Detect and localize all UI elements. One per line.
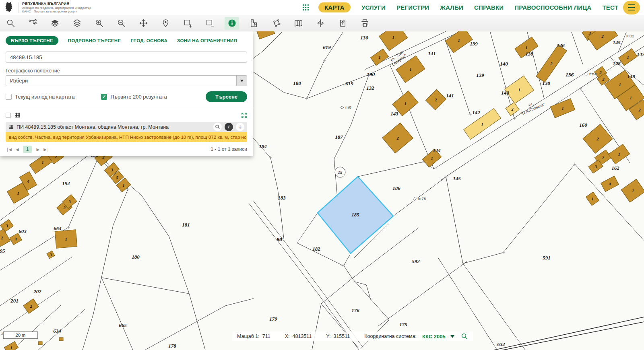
parcel-label: 136 [557,42,565,48]
polygon-select-icon[interactable] [269,17,283,30]
y-label: Y: [326,334,330,339]
nav-item-test[interactable]: ТЕСТ [602,4,618,11]
print-icon[interactable] [357,17,372,30]
parcel-label: 190 [367,71,375,77]
first-200-label[interactable]: Първите 200 резултата [110,94,167,100]
page-number[interactable]: 1 [23,146,32,153]
logo-divider [18,2,19,13]
zoom-out-icon[interactable] [114,17,128,30]
building-number: 2 [63,206,66,210]
search-tabs: БЪРЗО ТЪРСЕНЕ ПОДРОБНО ТЪРСЕНЕ ГЕОД. ОСН… [0,35,253,48]
tab-quick-search[interactable]: БЪРЗО ТЪРСЕНЕ [6,36,58,45]
parcel-label: 603 [19,228,27,234]
layers-outline-icon[interactable] [70,17,84,30]
location-pin-icon[interactable] [158,17,173,30]
parcel-label: 136 [566,72,574,78]
parcel-label: 192 [62,180,70,186]
expand-results-icon[interactable] [241,112,247,118]
parcel-label: 186 [392,185,400,191]
export-icon[interactable] [335,17,350,30]
map-icon[interactable] [291,17,305,30]
select-all-checkbox[interactable] [6,113,11,118]
hamburger-menu-button[interactable] [623,1,640,14]
measure-icon[interactable] [247,17,261,30]
building-number: 2 [434,98,437,102]
search-button[interactable]: Търсене [206,91,247,102]
chevron-down-icon [240,80,244,82]
building-number: 1 [591,197,593,201]
coord-system-dropdown-icon[interactable] [450,335,454,338]
current-view-label[interactable]: Текущ изглед на картата [15,94,74,100]
current-view-checkbox[interactable] [6,94,12,100]
building-number: 1 [65,237,67,241]
building-number: 1 [481,122,483,126]
search-input[interactable] [6,51,247,63]
coordinates-icon[interactable] [313,17,328,30]
parcel-label: 160 [579,122,587,128]
parcel-label: 148 [627,73,635,79]
coord-system-label: Координатна система: [364,334,417,339]
pan-icon[interactable] [136,17,151,30]
first-200-checkbox[interactable]: ✓ [101,94,107,100]
next-page-button[interactable]: ▶ [36,147,39,152]
nav-item-zhalbi[interactable]: ЖАЛБИ [440,4,463,11]
parcel-label: 138 [525,51,533,57]
building-number: 1 [518,88,520,92]
parcel-label: 619 [323,44,331,50]
map-scalebar: 20 m [3,331,38,339]
scale-label: Мащаб 1: [237,334,260,339]
route-icon[interactable] [25,17,40,30]
building-number: 3 [594,165,597,169]
building-number: 1 [41,160,43,165]
zoom-in-icon[interactable] [92,17,106,30]
building-number: 3 [49,253,52,257]
building-number: 1 [630,96,632,100]
nav-item-karta[interactable]: КАРТА [318,2,351,12]
building-number: 1 [618,152,620,156]
apps-grid-icon[interactable] [302,4,309,11]
app: 1111123212211212213421121122112235141324… [0,0,644,350]
nav-item-spravki[interactable]: СПРАВКИ [474,4,504,11]
result-zoom-icon[interactable] [213,123,222,131]
parcel-label: 98 [277,236,282,242]
result-add-icon[interactable]: + [236,123,244,131]
logo-agency: Агенция по геодезия, картография и кадас… [22,6,91,10]
tab-restriction-zones[interactable]: ЗОНИ НА ОГРАНИЧЕНИЯ [177,38,237,43]
prev-page-button[interactable]: ◀ [16,147,19,152]
geo-position-select[interactable]: Избери [6,75,247,86]
layers-filled-icon[interactable] [47,17,62,30]
tab-detailed-search[interactable]: ПОДРОБНО ТЪРСЕНЕ [68,38,121,43]
first-page-button[interactable]: ❘◀ [6,147,11,152]
nav-item-pravosposobni-lica[interactable]: ПРАВОСПОСОБНИ ЛИЦА [514,4,591,11]
last-page-button[interactable]: ▶❘ [43,147,49,152]
building-number: 1 [409,67,411,72]
search-options-row: Текущ изглед на картата ✓ Първите 200 ре… [6,91,247,102]
status-zoom-icon[interactable] [461,333,468,340]
search-panel: БЪРЗО ТЪРСЕНЕ ПОДРОБНО ТЪРСЕНЕ ГЕОД. ОСН… [0,31,253,156]
building [38,342,42,345]
coord-system-value[interactable]: ККС 2005 [422,334,446,340]
tab-geodetic-basis[interactable]: ГЕОД. ОСНОВА [130,38,167,43]
parcel-label: 634 [53,328,61,334]
building-number: 1 [10,346,12,350]
parcel-label: 140 [500,61,508,67]
parcel-label: 139 [476,72,484,78]
select-rect-subtract-icon[interactable] [202,17,217,30]
building-number: 2 [599,70,602,75]
result-info-icon[interactable]: i [225,123,233,131]
nav-item-registri[interactable]: РЕГИСТРИ [396,4,429,11]
parcel-label: 162 [611,165,619,171]
coat-of-arms-logo [4,2,14,14]
map-statusbar: Мащаб 1: 711 X: 4813511 Y: 315511 Коорди… [232,331,473,341]
select-dropdown-button[interactable] [236,76,247,86]
info-icon[interactable] [225,17,239,30]
building-number: 2 [29,304,32,309]
building-number: 3 [588,31,590,35]
building-number: 3 [5,224,8,228]
building-number: 5 [116,175,118,180]
select-rect-add-icon[interactable] [180,17,195,30]
nav-item-uslugi[interactable]: УСЛУГИ [361,4,386,11]
result-row[interactable]: ПИ 48489.15.185 област Монтана, община М… [6,122,247,132]
parcel-label: 141 [446,93,454,99]
search-icon[interactable] [3,17,18,30]
